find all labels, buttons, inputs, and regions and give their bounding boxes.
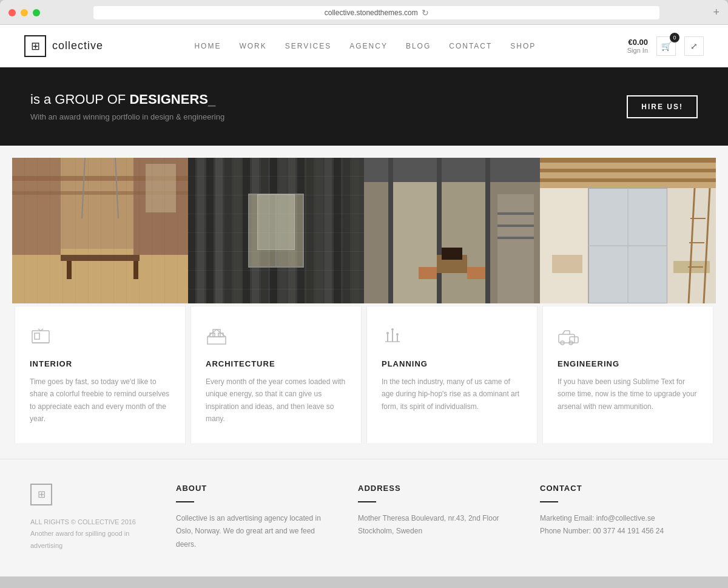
portfolio-grid xyxy=(0,146,728,303)
svg-rect-49 xyxy=(497,225,534,227)
footer-contact-divider xyxy=(540,501,558,502)
browser-url: collective.stonedthemes.com xyxy=(325,8,418,17)
svg-rect-40 xyxy=(485,158,490,303)
svg-line-91 xyxy=(562,331,565,334)
svg-line-10 xyxy=(82,158,85,218)
svg-rect-0 xyxy=(12,158,188,303)
svg-rect-8 xyxy=(67,261,72,279)
footer-contact-title: CONTACT xyxy=(540,484,698,493)
svg-rect-13 xyxy=(188,158,364,303)
browser-content: ⊞ collective HOME WORK SERVICES AGENCY B… xyxy=(0,24,728,576)
footer-contact-line2: Phone Number: 00 377 44 191 456 24 xyxy=(540,525,698,538)
service-desc-engineering: If you have been using Sublime Text for … xyxy=(558,376,698,413)
browser-dot-green[interactable] xyxy=(33,9,40,16)
browser-dot-red[interactable] xyxy=(8,9,16,16)
portfolio-item-architecture[interactable] xyxy=(188,158,364,303)
hero-subtitle: With an award winning portfolio in desig… xyxy=(30,112,224,121)
service-desc-interior: Time goes by fast, so today we'd like to… xyxy=(30,376,170,425)
portfolio-image-interior xyxy=(12,158,188,303)
services-grid: INTERIOR Time goes by fast, so today we'… xyxy=(0,303,728,459)
browser-add-tab[interactable]: + xyxy=(713,7,720,19)
svg-rect-30 xyxy=(334,158,341,303)
svg-rect-47 xyxy=(497,194,534,303)
nav-agency[interactable]: AGENCY xyxy=(349,42,388,50)
svg-rect-20 xyxy=(243,158,250,303)
svg-rect-7 xyxy=(61,255,140,261)
service-icon-architecture xyxy=(206,325,346,351)
nav-blog[interactable]: BLOG xyxy=(406,42,431,50)
svg-rect-2 xyxy=(12,249,188,303)
nav-work[interactable]: WORK xyxy=(239,42,266,50)
svg-rect-3 xyxy=(12,158,61,255)
portfolio-image-planning xyxy=(364,158,540,303)
portfolio-image-engineering xyxy=(540,158,716,303)
service-icon-planning xyxy=(382,325,522,351)
browser-dot-yellow[interactable] xyxy=(21,9,28,16)
svg-rect-39 xyxy=(437,158,442,303)
svg-rect-62 xyxy=(552,255,582,273)
portfolio-item-engineering[interactable] xyxy=(540,158,716,303)
svg-rect-34 xyxy=(249,194,303,267)
footer-address-text: Mother Theresa Boulevard, nr.43, 2nd Flo… xyxy=(358,512,516,538)
svg-rect-33 xyxy=(249,194,303,267)
svg-rect-5 xyxy=(12,176,188,181)
footer-logo-col: ⊞ ALL RIGHTS © COLLECTIVE 2016 Another a… xyxy=(30,484,152,552)
browser-refresh-icon[interactable]: ↻ xyxy=(422,8,429,18)
share-button[interactable]: ⤢ xyxy=(684,36,704,56)
service-card-engineering: ENGINEERING If you have been using Subli… xyxy=(542,306,713,444)
site-header: ⊞ collective HOME WORK SERVICES AGENCY B… xyxy=(0,25,728,67)
svg-rect-44 xyxy=(442,248,462,260)
footer-contact: CONTACT Marketing Email: info@collective… xyxy=(540,484,698,552)
footer-about-text: Collective is an advertising agency loca… xyxy=(176,512,334,552)
svg-rect-26 xyxy=(297,158,305,303)
hero-title-main: DESIGNERS xyxy=(129,92,208,107)
browser-chrome: collective.stonedthemes.com ↻ + ⊞ collec… xyxy=(0,0,728,576)
svg-rect-17 xyxy=(215,158,223,303)
service-icon-interior xyxy=(30,325,170,351)
footer-logo-box: ⊞ xyxy=(30,484,52,505)
svg-rect-31 xyxy=(343,158,350,303)
service-title-architecture: ARCHITECTURE xyxy=(206,359,346,368)
footer-about: ABOUT Collective is an advertising agenc… xyxy=(176,484,334,552)
svg-point-84 xyxy=(386,332,389,334)
site-footer: ⊞ ALL RIGHTS © COLLECTIVE 2016 Another a… xyxy=(0,459,728,576)
footer-copyright: ALL RIGHTS © COLLECTIVE 2016 Another awa… xyxy=(30,516,152,552)
nav-contact[interactable]: CONTACT xyxy=(449,42,492,50)
service-card-interior: INTERIOR Time goes by fast, so today we'… xyxy=(15,306,186,444)
nav-services[interactable]: SERVICES xyxy=(285,42,331,50)
portfolio-item-interior[interactable] xyxy=(12,158,188,303)
hire-us-button[interactable]: HIRE US! xyxy=(627,95,698,118)
footer-address-title: ADDRESS xyxy=(358,484,516,493)
footer-about-title: ABOUT xyxy=(176,484,334,493)
svg-rect-27 xyxy=(306,158,314,303)
nav-home[interactable]: HOME xyxy=(194,42,221,50)
svg-rect-21 xyxy=(252,158,259,303)
svg-rect-6 xyxy=(12,191,188,195)
logo[interactable]: ⊞ collective xyxy=(24,35,103,57)
svg-point-85 xyxy=(391,328,394,331)
svg-rect-18 xyxy=(224,158,232,303)
footer-address-divider xyxy=(358,501,376,502)
portfolio-image-architecture xyxy=(188,158,364,303)
svg-rect-50 xyxy=(497,237,534,239)
browser-addressbar[interactable]: collective.stonedthemes.com ↻ xyxy=(93,6,659,19)
portfolio-item-planning[interactable] xyxy=(364,158,540,303)
service-icon-engineering xyxy=(558,325,698,351)
svg-rect-74 xyxy=(207,337,226,344)
svg-rect-28 xyxy=(315,158,323,303)
svg-rect-24 xyxy=(279,158,286,303)
svg-rect-15 xyxy=(197,158,204,303)
hero-text: is a GROUP OF DESIGNERS_ With an award w… xyxy=(30,92,224,121)
nav-shop[interactable]: SHOP xyxy=(510,42,536,50)
footer-logo-symbol: ⊞ xyxy=(38,488,46,500)
cart-signin[interactable]: Sign In xyxy=(627,47,648,54)
svg-rect-54 xyxy=(540,169,716,172)
svg-rect-42 xyxy=(442,182,485,303)
svg-rect-55 xyxy=(540,178,716,182)
svg-rect-14 xyxy=(188,158,195,303)
logo-box: ⊞ xyxy=(24,35,46,57)
footer-about-divider xyxy=(176,501,194,502)
service-title-planning: PLANNING xyxy=(382,359,522,368)
svg-line-11 xyxy=(115,158,118,218)
svg-rect-48 xyxy=(497,212,534,215)
